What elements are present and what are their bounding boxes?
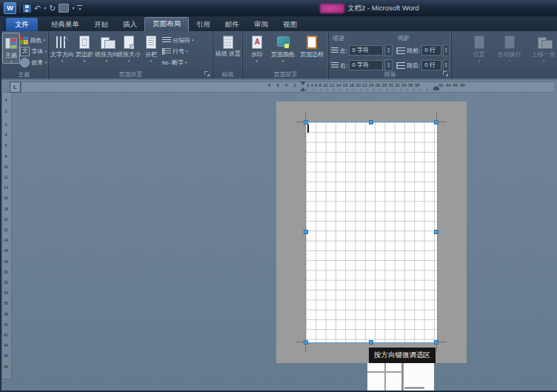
spacing-after-label: 段后: [407,62,420,70]
columns-caret-icon: ▾ [150,59,153,62]
tab-file[interactable]: 文件 [6,18,38,31]
vertical-ruler-margin-numbers: 4 2 [1,95,10,117]
orientation-caret-icon: ▾ [106,59,108,62]
columns-button[interactable]: 分栏 ▾ [140,33,162,62]
themes-caret-icon: ▾ [10,60,13,63]
bring-forward-button[interactable]: 上移一层 ▾ [529,33,557,62]
watermark-caret-icon: ▾ [256,59,258,62]
text-direction-icon [55,35,70,50]
document-page[interactable] [276,102,467,363]
paragraph-dialog-launcher-icon[interactable] [443,71,449,77]
indent-right-label: 右: [340,62,347,70]
theme-effects-icon [20,58,30,67]
spacing-after-field[interactable]: 0 行 [421,60,441,70]
tab-view[interactable]: 视图 [276,18,304,31]
page-borders-label: 页面边框 [300,50,324,59]
tab-mailings[interactable]: 邮件 [218,18,247,31]
tab-selector-button[interactable]: L [10,82,21,93]
hyphenation-caret-icon: ▾ [185,61,187,64]
hyphenation-button[interactable]: bc- 断字 ▾ [162,58,211,67]
theme-colors-icon [20,36,28,44]
indent-left-stepper[interactable]: ▲ ▼ [384,44,393,56]
indent-right-row: 右: 0 字符 ▲ ▼ [331,59,396,71]
window-title: 文档2 - Microsoft Word [347,4,418,13]
orientation-label: 纸张方向 [95,50,119,59]
ribbon-tab-row: 文件 经典菜单 开始 插入 页面布局 引用 邮件 审阅 视图 [0,16,557,31]
spacing-before-stepper[interactable]: ▲ ▼ [443,44,450,56]
paper-size-button[interactable]: 纸张大小 ▾ [118,33,140,62]
theme-fonts-button[interactable]: 文 字体 ▾ [20,47,47,56]
page-borders-button[interactable]: 页面边框 [298,33,327,59]
stepper-down-icon[interactable]: ▼ [385,65,392,68]
wrap-text-button[interactable]: 自动换行 ▾ [495,33,524,62]
indent-left-label: 左: [340,47,347,55]
selection-handle-bottom-middle[interactable] [369,340,373,345]
stepper-down-icon[interactable]: ▼ [444,50,449,53]
selection-handle-middle-right[interactable] [434,230,438,234]
grid-canvas[interactable] [306,122,437,342]
orientation-button[interactable]: 纸张方向 ▾ [96,33,118,62]
themes-label: 主题 [5,51,17,59]
undo-icon[interactable]: ↶ [34,4,41,13]
group-arrange-label: 排 [452,70,557,79]
tab-home[interactable]: 开始 [87,18,116,31]
columns-label: 分栏 [145,50,157,59]
indent-right-field[interactable]: 0 字符 [349,60,383,70]
customize-qat-icon[interactable]: ▾ [77,5,82,11]
text-direction-label: 文字方向 [50,50,74,59]
stepper-down-icon[interactable]: ▼ [385,50,392,53]
columns-icon [144,35,159,50]
screenshot-icon[interactable] [59,4,69,13]
themes-button[interactable]: 主题 ▾ [2,33,20,64]
breaks-button[interactable]: 分隔符 ▾ [162,36,211,44]
save-icon[interactable] [23,4,31,13]
paper-size-icon [121,35,136,50]
bring-forward-icon [536,35,551,50]
tab-insert[interactable]: 插入 [116,18,144,31]
indent-column: 缩进 左: 0 字符 ▲ ▼ 右: 0 字符 ▲ ▼ [331,33,396,74]
position-button[interactable]: 位置 ▾ [468,33,490,62]
selection-handle-top-right[interactable] [434,120,438,124]
breaks-caret-icon: ▾ [192,39,194,41]
word-logo-icon[interactable]: W [4,2,16,14]
group-page-background: 水印 ▾ 页面颜色 ▾ 页面边框 页面背景 [243,31,329,79]
tab-classic-menu[interactable]: 经典菜单 [44,18,87,31]
screenshot-dropdown-icon[interactable]: ▾ [72,6,74,10]
paper-size-label: 纸张大小 [117,50,141,59]
spacing-before-label: 段前: [407,47,420,55]
redo-icon[interactable]: ↻ [49,4,56,13]
selection-handle-top-middle[interactable] [369,120,373,124]
group-page-background-label: 页面背景 [243,70,328,79]
indent-right-stepper[interactable]: ▲ ▼ [384,59,393,71]
indent-left-field[interactable]: 0 字符 [349,45,383,56]
theme-colors-button[interactable]: 颜色 ▾ [20,36,47,44]
text-direction-button[interactable]: 文字方向 ▾ [51,33,73,62]
page-setup-dialog-launcher-icon[interactable] [204,71,210,77]
selection-handle-middle-left[interactable] [304,230,308,234]
group-paragraph: 缩进 左: 0 字符 ▲ ▼ 右: 0 字符 ▲ ▼ [329,31,452,79]
selection-handle-bottom-left[interactable] [304,340,308,345]
selection-handle-top-left[interactable] [304,120,308,124]
theme-effects-button[interactable]: 效果 ▾ [20,58,47,67]
watermark-button[interactable]: 水印 ▾ [245,33,268,62]
undo-dropdown-icon[interactable]: ▾ [44,6,46,10]
tab-review[interactable]: 审阅 [247,18,276,31]
horizontal-ruler-numbers: 2 4 6 8 10 12 14 16 18 20 22 24 26 28 30… [307,83,434,87]
spacing-before-field[interactable]: 0 行 [421,45,441,56]
magnifier-gridline [404,387,424,389]
text-direction-caret-icon: ▾ [61,59,64,62]
selection-handle-bottom-right[interactable] [434,340,438,345]
line-numbers-button[interactable]: 行号 ▾ [162,47,211,56]
spacing-after-stepper[interactable]: ▲ ▼ [443,59,450,71]
stepper-down-icon[interactable]: ▼ [444,65,449,68]
tab-references[interactable]: 引用 [189,18,218,31]
tab-page-layout[interactable]: 页面布局 [144,17,189,31]
spacing-column: 间距 段前: 0 行 ▲ ▼ 段后: 0 行 ▲ ▼ [396,33,450,74]
page-color-button[interactable]: 页面颜色 ▾ [268,33,297,62]
redacted-label [320,4,344,13]
indent-marker-icon[interactable] [300,82,306,91]
horizontal-ruler-right-numbers: 42 44 46 48 [438,83,468,87]
margins-button[interactable]: 页边距 ▾ [73,33,96,62]
genko-setup-button[interactable]: 稿纸 设置 [216,33,241,57]
genko-setup-icon [221,35,236,50]
